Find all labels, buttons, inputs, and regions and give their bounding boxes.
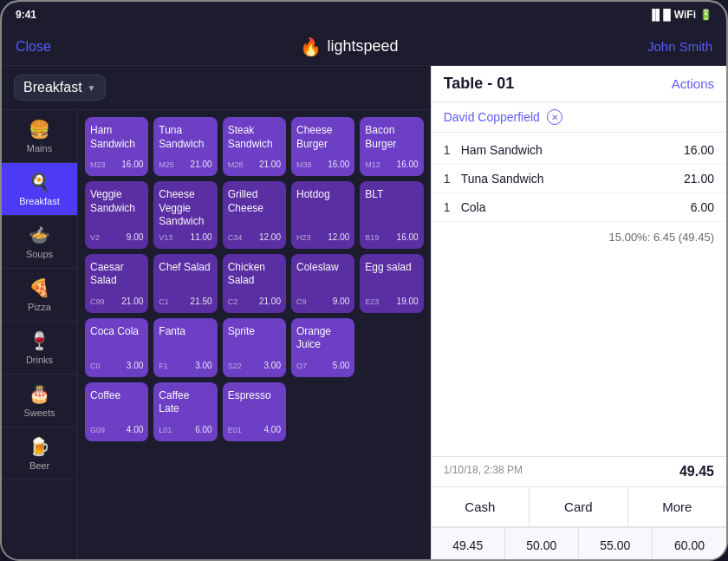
menu-item[interactable]: Sprite S22 3.00 (223, 318, 286, 377)
customer-name[interactable]: David Copperfield (444, 110, 540, 124)
menu-item[interactable]: Cheese Burger M38 16.00 (291, 117, 354, 176)
menu-item[interactable]: Tuna Sandwich M25 21.00 (153, 117, 217, 176)
category-dropdown[interactable]: Breakfast ▼ (14, 75, 106, 101)
item-code: L01 (159, 426, 172, 434)
sidebar-item-soups[interactable]: 🍲 Soups (2, 216, 77, 269)
menu-grid: Ham Sandwich M23 16.00 Tuna Sandwich M25… (78, 110, 431, 561)
order-item-price: 21.00 (684, 172, 714, 186)
item-price: 21.00 (259, 160, 281, 169)
item-name: Tuna Sandwich (159, 124, 211, 156)
order-total-row: 1/10/18, 2:38 PM 49.45 (432, 457, 726, 487)
order-qty: 1 (444, 200, 461, 214)
quick-amount-amt2[interactable]: 50.00 (505, 527, 579, 561)
status-bar: 9:41 ▐▌█ WiFi 🔋 (2, 2, 726, 28)
item-price: 4.00 (264, 425, 281, 434)
user-name[interactable]: John Smith (647, 39, 712, 54)
menu-item[interactable]: Cheese Veggie Sandwich V13 11.00 (153, 181, 217, 249)
menu-item[interactable]: Fanta F1 3.00 (153, 318, 217, 377)
item-price: 16.00 (397, 232, 419, 242)
status-icons: ▐▌█ WiFi 🔋 (648, 9, 712, 21)
menu-item[interactable]: BLT B19 16.00 (360, 181, 423, 249)
sidebar-item-pizza[interactable]: 🍕 Pizza (2, 269, 77, 322)
quick-amounts: 49.4550.0055.0060.00 (432, 527, 726, 561)
menu-body: 🍔 Mains 🍳 Breakfast 🍲 Soups 🍕 Pizza 🍷 Dr… (2, 110, 431, 561)
menu-item[interactable]: Coleslaw C9 9.00 (291, 254, 354, 313)
card-button[interactable]: Card (530, 487, 627, 526)
item-footer: C9 9.00 (296, 297, 349, 306)
item-name: Egg salad (365, 261, 418, 293)
menu-item[interactable]: Espresso E01 4.00 (223, 382, 286, 441)
item-footer: B19 16.00 (365, 232, 418, 242)
menu-item[interactable]: Caesar Salad C99 21.00 (85, 254, 148, 313)
item-price: 9.00 (127, 232, 143, 242)
item-code: C34 (228, 233, 243, 242)
remove-customer-button[interactable]: ✕ (547, 109, 562, 125)
quick-amount-amt3[interactable]: 55.00 (579, 527, 653, 561)
menu-item[interactable]: Coffee G09 4.00 (85, 382, 148, 441)
item-name: Fanta (159, 325, 211, 357)
order-item-row[interactable]: 1 Tuna Sandwich 21.00 (432, 165, 726, 193)
nav-bar: Close 🔥 lightspeed John Smith (2, 28, 726, 66)
order-item-row[interactable]: 1 Cola 6.00 (432, 193, 726, 222)
item-price: 16.00 (397, 160, 419, 169)
sidebar-label-beer: Beer (29, 460, 49, 471)
item-name: Veggie Sandwich (90, 188, 143, 229)
sidebar-label-breakfast: Breakfast (19, 196, 59, 206)
menu-item[interactable]: Grilled Cheese C34 12.00 (223, 181, 286, 249)
item-name: Sprite (228, 325, 281, 357)
wifi-icon: WiFi (674, 9, 696, 21)
item-code: M28 (228, 160, 244, 169)
item-code: C0 (90, 362, 101, 370)
menu-item[interactable]: Hotdog H23 12.00 (291, 181, 354, 249)
menu-item[interactable]: Caffee Late L01 6.00 (153, 382, 217, 441)
item-price: 12.00 (259, 232, 281, 242)
menu-item[interactable]: Coca Cola C0 3.00 (85, 318, 148, 377)
order-qty: 1 (444, 143, 461, 157)
close-button[interactable]: Close (16, 39, 51, 55)
menu-item[interactable]: Veggie Sandwich V2 9.00 (85, 181, 148, 249)
quick-amount-amt4[interactable]: 60.00 (653, 527, 726, 561)
menu-item[interactable]: Chef Salad C1 21.50 (153, 254, 217, 313)
sidebar-item-breakfast[interactable]: 🍳 Breakfast (2, 163, 77, 216)
item-price: 3.00 (195, 361, 211, 370)
item-name: Bacon Burger (365, 124, 418, 156)
menu-item[interactable]: Steak Sandwich M28 21.00 (223, 117, 286, 176)
menu-item[interactable]: Chicken Salad C2 21.00 (223, 254, 286, 313)
item-code: C99 (90, 297, 105, 306)
sidebar-item-mains[interactable]: 🍔 Mains (2, 110, 77, 163)
actions-button[interactable]: Actions (672, 76, 714, 91)
main-content: Breakfast ▼ 🍔 Mains 🍳 Breakfast 🍲 Soups … (2, 66, 726, 561)
menu-item[interactable]: Orange Juice O7 5.00 (291, 318, 354, 377)
sidebar-item-sweets[interactable]: 🎂 Sweets (2, 375, 77, 427)
item-name: Cheese Burger (296, 124, 349, 156)
sidebar-item-drinks[interactable]: 🍷 Drinks (2, 322, 77, 375)
item-name: BLT (365, 188, 418, 229)
item-footer: M12 16.00 (365, 160, 418, 169)
order-item-name: Ham Sandwich (461, 143, 684, 157)
menu-item[interactable]: Bacon Burger M12 16.00 (360, 117, 423, 176)
item-name: Steak Sandwich (228, 124, 281, 156)
sidebar-label-mains: Mains (27, 143, 52, 153)
cash-button[interactable]: Cash (432, 487, 530, 526)
menu-item[interactable]: Egg salad E23 19.00 (360, 254, 423, 313)
item-code: C1 (159, 297, 169, 306)
order-area: David Copperfield ✕ 1 Ham Sandwich 16.00… (432, 102, 726, 456)
table-header: Table - 01 Actions (432, 66, 726, 102)
sidebar-label-drinks: Drinks (26, 355, 53, 365)
item-code: M23 (90, 160, 106, 169)
quick-amount-amt1[interactable]: 49.45 (432, 527, 505, 561)
item-name: Coca Cola (90, 325, 143, 357)
menu-item[interactable]: Ham Sandwich M23 16.00 (85, 117, 148, 176)
more-button[interactable]: More (628, 487, 726, 526)
table-title: Table - 01 (444, 75, 515, 93)
customer-bar: David Copperfield ✕ (432, 102, 726, 133)
order-date: 1/10/18, 2:38 PM (444, 464, 523, 479)
flame-icon: 🔥 (300, 36, 322, 57)
order-item-row[interactable]: 1 Ham Sandwich 16.00 (432, 136, 726, 165)
item-code: C2 (228, 297, 238, 306)
left-panel: Breakfast ▼ 🍔 Mains 🍳 Breakfast 🍲 Soups … (2, 66, 431, 561)
item-footer: M38 16.00 (296, 160, 349, 169)
sidebar-item-beer[interactable]: 🍺 Beer (2, 427, 77, 480)
status-time: 9:41 (16, 9, 36, 21)
item-footer: M28 21.00 (228, 160, 281, 169)
